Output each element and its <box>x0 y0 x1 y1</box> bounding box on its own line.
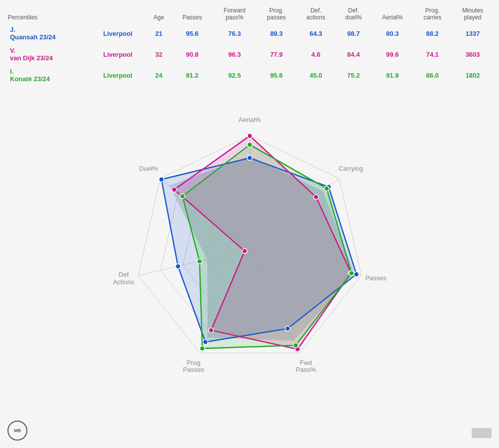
stat-cell: 45.0 <box>296 65 335 86</box>
stat-cell: 32 <box>146 44 172 65</box>
stat-cell: 86.0 <box>413 65 451 86</box>
svg-point-36 <box>208 328 213 333</box>
stat-cell: 95.6 <box>257 65 296 86</box>
player-name: J.Quansah 23/24 <box>5 23 90 44</box>
svg-text:Duel%: Duel% <box>139 165 158 172</box>
table-row: J.Quansah 23/24Liverpool2195.676.389.364… <box>5 23 494 44</box>
stat-cell: 74.1 <box>413 44 451 65</box>
svg-point-45 <box>197 259 202 264</box>
stat-cell: 4.6 <box>296 44 335 65</box>
stat-cell: 84.4 <box>336 44 372 65</box>
svg-text:ProgPasses: ProgPasses <box>183 359 204 373</box>
stat-cell: 95.6 <box>172 23 212 44</box>
svg-point-33 <box>313 195 318 200</box>
col-header-fwdpass: Forwardpass% <box>212 5 257 23</box>
col-header-def-actions: Def.actions <box>296 5 335 23</box>
table-row: V.van Dijk 23/24Liverpool3290.896.377.94… <box>5 44 494 65</box>
stat-cell: 89.3 <box>257 23 296 44</box>
svg-point-42 <box>349 271 354 276</box>
stat-cell: 88.2 <box>413 23 451 44</box>
stat-cell: 90.8 <box>172 44 212 65</box>
svg-point-37 <box>242 248 247 253</box>
stat-cell: 91.9 <box>371 65 413 86</box>
svg-point-30 <box>159 177 164 182</box>
stat-cell: 21 <box>146 23 172 44</box>
svg-point-32 <box>247 133 252 138</box>
col-header-aerial: Aerial% <box>371 5 413 23</box>
svg-point-26 <box>354 272 359 277</box>
player-team: Liverpool <box>90 44 146 65</box>
svg-text:DefActions: DefActions <box>113 271 134 286</box>
svg-point-40 <box>247 142 252 147</box>
col-header-team <box>90 5 146 23</box>
radar-chart: Aerial%CarryingPassesFwdPass%ProgPassesD… <box>76 96 424 394</box>
stat-cell: 3603 <box>451 44 494 65</box>
player-name: V.van Dijk 23/24 <box>5 44 90 65</box>
svg-text:Aerial%: Aerial% <box>238 116 261 123</box>
stat-cell: 91.2 <box>172 65 212 86</box>
table-row: I.Konaté 23/24Liverpool2491.292.595.645.… <box>5 65 494 86</box>
stat-cell: 24 <box>146 65 172 86</box>
stat-cell: 64.3 <box>296 23 335 44</box>
col-header-passes: Passes <box>172 5 212 23</box>
col-header-prog: Prog.passes <box>257 5 296 23</box>
stat-cell: 92.5 <box>212 65 257 86</box>
svg-point-38 <box>172 187 177 192</box>
stat-cell: 96.3 <box>212 44 257 65</box>
player-name: I.Konaté 23/24 <box>5 65 90 86</box>
svg-point-28 <box>202 339 207 344</box>
stat-cell: 1802 <box>451 65 494 86</box>
scroll-indicator[interactable] <box>472 428 492 438</box>
player-team: Liverpool <box>90 65 146 86</box>
stats-table: Percentiles Age Passes Forwardpass% Prog… <box>5 5 494 86</box>
stat-cell: 1337 <box>451 23 494 44</box>
svg-point-24 <box>247 155 252 160</box>
svg-point-43 <box>293 343 298 348</box>
radar-container: Aerial%CarryingPassesFwdPass%ProgPassesD… <box>5 96 494 394</box>
stat-cell: 77.9 <box>257 44 296 65</box>
stat-cell: 75.2 <box>336 65 372 86</box>
col-header-prog-carries: Prog.carries <box>413 5 451 23</box>
player-team: Liverpool <box>90 23 146 44</box>
stat-cell: 98.7 <box>336 23 372 44</box>
stat-cell: 76.3 <box>212 23 257 44</box>
main-container: Percentiles Age Passes Forwardpass% Prog… <box>0 0 499 448</box>
svg-point-41 <box>324 186 329 191</box>
svg-text:Passes: Passes <box>365 274 387 282</box>
stat-cell: 80.3 <box>371 23 413 44</box>
svg-point-27 <box>285 326 290 331</box>
stat-cell: 99.6 <box>371 44 413 65</box>
logo-area: MB <box>7 421 27 441</box>
logo-text: MB <box>14 428 21 433</box>
svg-point-29 <box>175 264 180 269</box>
col-header-minutes: Minutesplayed <box>451 5 494 23</box>
col-header-age: Age <box>146 5 172 23</box>
svg-point-46 <box>180 194 185 199</box>
svg-text:Carrying: Carrying <box>338 165 363 172</box>
col-header-def-duel: Def.duel% <box>336 5 372 23</box>
svg-text:FwdPass%: FwdPass% <box>296 359 316 373</box>
logo: MB <box>7 421 27 441</box>
svg-point-44 <box>200 346 204 351</box>
col-header-percentiles: Percentiles <box>5 5 90 23</box>
